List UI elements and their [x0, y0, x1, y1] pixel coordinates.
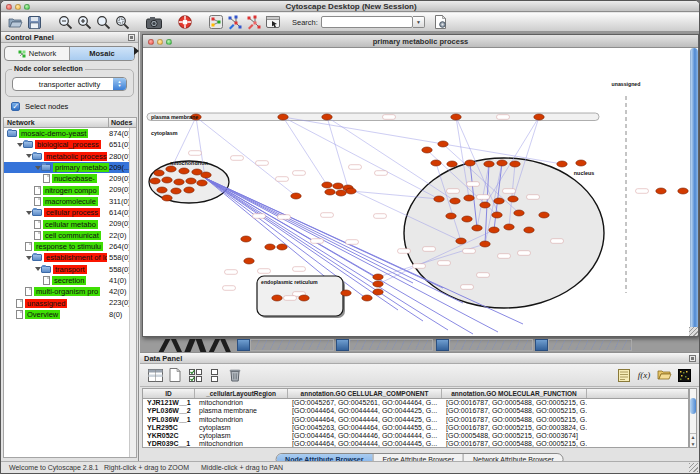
- tree-row[interactable]: Overview8(0): [4, 309, 136, 320]
- network-node[interactable]: [524, 227, 534, 233]
- network-node[interactable]: [265, 244, 275, 250]
- zoom-selected-icon[interactable]: [94, 14, 113, 31]
- network-node[interactable]: [438, 141, 448, 147]
- tree-row[interactable]: metabolic process280(0): [4, 151, 136, 162]
- layout-network-blue-icon[interactable]: [225, 14, 244, 31]
- network-node[interactable]: [472, 225, 482, 231]
- zoom-out-icon[interactable]: [56, 14, 75, 31]
- annotation-icon[interactable]: [263, 14, 282, 31]
- network-node[interactable]: [373, 281, 383, 287]
- delete-attribute-icon[interactable]: [225, 366, 245, 385]
- network-edge[interactable]: [283, 117, 562, 164]
- network-node[interactable]: [299, 295, 309, 301]
- table-row[interactable]: YLR295Ccytoplasm[GO:0045263, GO:0044464,…: [143, 424, 688, 432]
- network-node[interactable]: [494, 198, 504, 204]
- network-node[interactable]: [510, 161, 520, 167]
- float-data-panel-icon[interactable]: [689, 355, 696, 362]
- open-folder-icon[interactable]: [6, 14, 25, 31]
- table-column-header[interactable]: annotation.GO MOLECULAR_FUNCTION: [442, 389, 587, 398]
- network-node[interactable]: [171, 188, 181, 194]
- network-node[interactable]: [489, 227, 499, 233]
- network-node[interactable]: [465, 160, 475, 166]
- table-scrollbar-thumb[interactable]: [690, 398, 696, 414]
- tab-mosaic[interactable]: Mosaic: [70, 47, 134, 60]
- network-node[interactable]: [179, 168, 189, 174]
- help-icon[interactable]: [175, 14, 194, 31]
- network-node[interactable]: [291, 193, 301, 199]
- tree-row[interactable]: cellular metabo209(0): [4, 218, 136, 229]
- network-node[interactable]: [333, 183, 343, 189]
- refresh-search-icon[interactable]: [431, 14, 450, 31]
- network-node[interactable]: [278, 114, 288, 120]
- tree-row[interactable]: macromolecule311(0): [4, 196, 136, 207]
- network-node[interactable]: [480, 202, 490, 208]
- table-scrollbar-arrows[interactable]: ▲▼: [690, 433, 696, 447]
- table-column-header[interactable]: ID: [143, 389, 195, 398]
- zoom-fit-icon[interactable]: [113, 14, 132, 31]
- search-input[interactable]: [321, 16, 413, 28]
- network-node[interactable]: [244, 258, 254, 264]
- tree-expand-arrow[interactable]: [25, 154, 32, 158]
- network-node[interactable]: [576, 160, 586, 166]
- tree-row[interactable]: multi-organism pro42(0): [4, 286, 136, 297]
- network-canvas[interactable]: plasma membrane cytoplasm mitochondrion …: [143, 48, 698, 336]
- network-node[interactable]: [166, 166, 176, 172]
- tree-row[interactable]: unassigned223(0): [4, 297, 136, 308]
- table-row[interactable]: YPL036W__1mitochondrion[GO:0044464, GO:0…: [143, 416, 688, 424]
- network-node[interactable]: [336, 190, 346, 196]
- function-builder-icon[interactable]: f(x): [634, 366, 654, 385]
- node-color-dropdown[interactable]: transporter activity ▲▼: [12, 77, 127, 91]
- matrix-view-icon[interactable]: [674, 366, 694, 385]
- network-node[interactable]: [162, 177, 172, 183]
- network-node[interactable]: [492, 212, 502, 218]
- search-dropdown-button[interactable]: ▼: [413, 16, 425, 28]
- table-row[interactable]: YJR121W__1mitochondrion[GO:0045267, GO:0…: [143, 399, 688, 407]
- table-column-header[interactable]: annotation.GO CELLULAR_COMPONENT: [288, 389, 442, 398]
- network-node[interactable]: [362, 295, 372, 301]
- unselect-attributes-icon[interactable]: [205, 366, 225, 385]
- network-node[interactable]: [434, 196, 444, 202]
- network-node[interactable]: [678, 188, 688, 194]
- network-canvas-svg[interactable]: plasma membrane cytoplasm mitochondrion …: [143, 48, 692, 336]
- network-window-titlebar[interactable]: primary metabolic process: [143, 35, 698, 48]
- network-node[interactable]: [422, 147, 432, 153]
- network-edge[interactable]: [283, 117, 439, 199]
- network-window-resize-grip[interactable]: [689, 327, 698, 336]
- network-node[interactable]: [462, 216, 472, 222]
- network-node[interactable]: [480, 241, 490, 247]
- tree-expand-arrow[interactable]: [25, 256, 32, 260]
- save-icon[interactable]: [25, 14, 44, 31]
- network-node[interactable]: [272, 295, 282, 301]
- window-titlebar[interactable]: Cytoscape Desktop (New Session): [1, 1, 700, 12]
- network-node[interactable]: [346, 188, 356, 194]
- tree-expand-arrow[interactable]: [16, 143, 23, 147]
- network-node[interactable]: [450, 198, 460, 204]
- network-node[interactable]: [514, 210, 524, 216]
- network-node[interactable]: [157, 187, 167, 193]
- network-node[interactable]: [277, 244, 287, 250]
- network-node[interactable]: [322, 114, 332, 120]
- network-node[interactable]: [174, 179, 184, 185]
- network-node[interactable]: [184, 187, 194, 193]
- zoom-in-icon[interactable]: [75, 14, 94, 31]
- network-node[interactable]: [447, 161, 457, 167]
- network-node[interactable]: [431, 160, 441, 166]
- network-node[interactable]: [534, 114, 544, 120]
- network-overview-icon[interactable]: [206, 14, 225, 31]
- network-vertical-scrollbar[interactable]: [690, 48, 698, 336]
- network-node[interactable]: [162, 195, 172, 201]
- network-node[interactable]: [504, 224, 514, 230]
- select-nodes-checkbox[interactable]: ✓: [11, 102, 20, 111]
- network-node[interactable]: [451, 114, 461, 120]
- tab-overflow-arrow[interactable]: [134, 47, 139, 55]
- network-node[interactable]: [186, 178, 196, 184]
- tree-row[interactable]: secretion41(0): [4, 275, 136, 286]
- tree-row[interactable]: cell communicat22(0): [4, 230, 136, 241]
- tab-network[interactable]: Network: [5, 47, 70, 60]
- minimized-window-thumbnail[interactable]: [250, 339, 334, 351]
- network-node[interactable]: [322, 182, 332, 188]
- tree-scrollbar[interactable]: [129, 128, 136, 457]
- tree-row[interactable]: response to stimulu264(0): [4, 241, 136, 252]
- minimized-window-thumbnail[interactable]: [349, 339, 433, 351]
- import-attributes-icon[interactable]: [654, 366, 674, 385]
